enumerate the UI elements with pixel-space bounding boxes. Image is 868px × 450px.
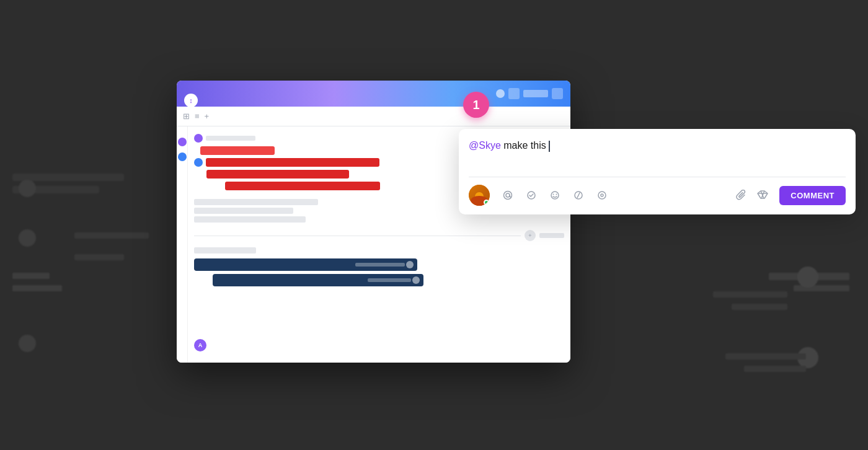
blue-bar-2 bbox=[213, 274, 423, 286]
plus-icon: + bbox=[205, 112, 210, 121]
app-logo: ↕ bbox=[184, 94, 198, 107]
red-bar-3 bbox=[206, 170, 349, 179]
comment-button[interactable]: COMMENT bbox=[779, 186, 846, 205]
svg-point-8 bbox=[598, 192, 606, 199]
comment-text-area[interactable]: @Skye make this bbox=[469, 140, 846, 177]
header-bar bbox=[523, 90, 548, 97]
task-button[interactable] bbox=[521, 185, 542, 206]
online-indicator bbox=[484, 200, 489, 205]
attach-button[interactable] bbox=[732, 186, 751, 205]
sidebar-dot-blue bbox=[178, 152, 187, 161]
mention-button[interactable] bbox=[497, 185, 518, 206]
list-icon: ≡ bbox=[195, 112, 200, 121]
emoji-button[interactable] bbox=[544, 185, 565, 206]
bell-icon bbox=[496, 89, 505, 98]
blue-task-group bbox=[194, 247, 564, 286]
svg-point-1 bbox=[504, 192, 512, 200]
comment-body-text: make this bbox=[501, 140, 549, 151]
svg-point-9 bbox=[601, 194, 603, 196]
badge-number: 1 bbox=[472, 98, 479, 112]
drive-button[interactable] bbox=[753, 186, 772, 205]
blue-bar-1 bbox=[194, 258, 417, 271]
target-button[interactable] bbox=[591, 185, 613, 206]
comment-toolbar: COMMENT bbox=[469, 185, 846, 206]
menu-icon bbox=[552, 88, 563, 99]
app-sidebar bbox=[177, 126, 188, 363]
svg-point-3 bbox=[551, 192, 559, 199]
search-icon bbox=[508, 88, 520, 99]
commenter-avatar bbox=[469, 185, 490, 206]
format-button[interactable] bbox=[568, 185, 589, 206]
notification-badge: 1 bbox=[463, 92, 489, 118]
app-toolbar: ⊞ ≡ + bbox=[177, 107, 570, 126]
app-screenshot: ⊞ ≡ + bbox=[177, 81, 570, 363]
mention-text: @Skye bbox=[469, 140, 501, 151]
red-bar-2 bbox=[206, 158, 379, 167]
bottom-avatar: A bbox=[194, 339, 206, 351]
svg-point-4 bbox=[553, 194, 554, 195]
app-header bbox=[177, 81, 570, 107]
red-bar-4 bbox=[225, 182, 380, 190]
sidebar-dot-purple bbox=[178, 138, 187, 146]
comment-popup[interactable]: @Skye make this bbox=[459, 129, 856, 214]
separator-row: + bbox=[194, 230, 564, 241]
grid-icon: ⊞ bbox=[183, 112, 190, 121]
svg-point-5 bbox=[556, 194, 557, 195]
svg-line-7 bbox=[577, 193, 580, 198]
red-bar-1 bbox=[200, 146, 275, 155]
svg-point-0 bbox=[506, 193, 510, 197]
text-cursor bbox=[549, 141, 550, 152]
